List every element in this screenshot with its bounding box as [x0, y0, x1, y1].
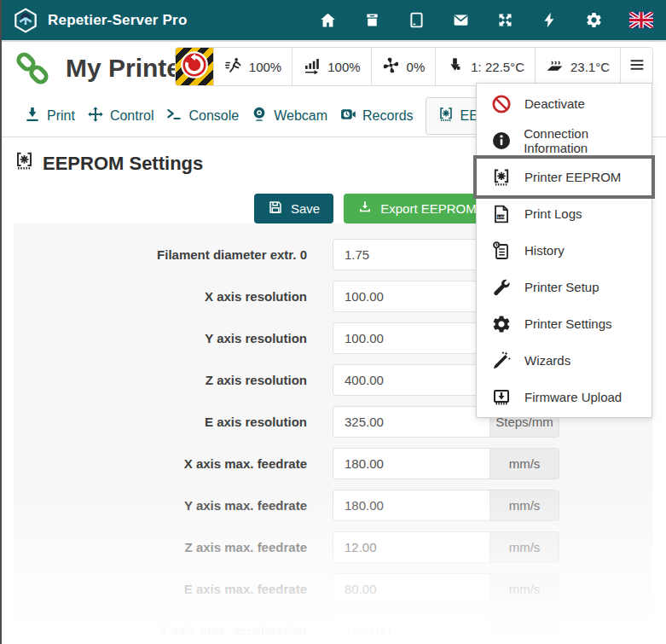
form-input-3[interactable] — [333, 364, 489, 396]
svg-text:LOG: LOG — [498, 214, 507, 218]
tab-label: Control — [110, 108, 154, 124]
ban-icon — [490, 94, 513, 114]
menu-item-label: Deactivate — [524, 96, 585, 111]
hamburger-icon — [628, 56, 646, 77]
menu-item-connection-information[interactable]: Connection Information — [477, 122, 652, 159]
page-title-text: EEPROM Settings — [43, 153, 203, 175]
unit-addon: mm/s² — [489, 615, 559, 644]
printer-dropdown-menu: Deactivate Connection Information Printe… — [476, 83, 652, 418]
stat-value: 100% — [327, 60, 360, 74]
speed-icon — [224, 56, 242, 77]
form-input-4[interactable] — [333, 406, 489, 438]
log-icon: LOG — [490, 204, 513, 224]
printer-stat-fan[interactable]: 0% — [371, 48, 436, 85]
printer-stat-bed[interactable]: 23.1°C — [535, 48, 620, 85]
fan-icon — [382, 56, 400, 77]
menu-item-firmware-upload[interactable]: Firmware Upload — [477, 379, 652, 415]
stat-value: 23.1°C — [570, 60, 610, 74]
form-row: X axis max. acceleration mm/s² — [14, 610, 652, 644]
download-icon — [357, 200, 373, 218]
mail-icon[interactable] — [452, 11, 470, 29]
app-title: Repetier-Server Pro — [48, 12, 187, 29]
chip-icon — [14, 150, 35, 177]
tab-label: Webcam — [274, 108, 327, 124]
unit-addon: mm/s — [489, 490, 559, 521]
extruder-icon — [446, 56, 464, 77]
info-icon — [490, 131, 512, 151]
tab-label: Print — [47, 108, 75, 124]
form-label: X axis max. acceleration — [14, 624, 307, 638]
wand-icon — [490, 351, 513, 371]
menu-item-label: Printer EEPROM — [524, 170, 621, 184]
printer-toolbar: 100% 100% 0% 1: 22.5°C 23.1°C — [175, 47, 653, 86]
flag-uk-icon[interactable] — [629, 12, 653, 28]
menu-item-label: Connection Information — [524, 126, 652, 155]
form-row: Z axis max. feedrate mm/s — [14, 526, 652, 568]
printer-name: My Printer — [66, 54, 191, 83]
menu-item-label: Printer Settings — [524, 316, 612, 331]
window-left-edge — [0, 0, 2, 644]
printer-stat-extruder[interactable]: 1: 22.5°C — [435, 48, 535, 85]
form-input-5[interactable] — [333, 448, 489, 479]
chip-icon — [437, 106, 455, 126]
form-input-0[interactable] — [333, 239, 489, 270]
save-button-label: Save — [291, 201, 320, 216]
menu-item-printer-eeprom[interactable]: Printer EEPROM — [477, 159, 652, 195]
form-label: E axis max. feedrate — [14, 582, 307, 596]
wrench-icon — [490, 277, 513, 298]
printer-menu-button[interactable] — [620, 48, 652, 85]
menu-item-label: Firmware Upload — [524, 390, 622, 404]
menu-item-label: Wizards — [524, 353, 570, 368]
navbar-icons — [319, 11, 653, 29]
menu-item-printer-settings[interactable]: Printer Settings — [477, 305, 652, 342]
form-input-9[interactable] — [333, 615, 489, 644]
expand-arrows-icon[interactable] — [496, 11, 514, 29]
menu-item-label: Printer Setup — [524, 280, 599, 294]
tab-control[interactable]: Control — [87, 106, 154, 126]
menu-item-history[interactable]: History — [477, 232, 652, 269]
printer-stat-speed[interactable]: 100% — [213, 48, 292, 85]
unit-addon: mm/s — [489, 573, 559, 605]
unit-addon: mm/s — [489, 448, 559, 479]
bed-icon — [546, 56, 564, 77]
printer-box-icon[interactable] — [363, 11, 381, 29]
tab-console[interactable]: Console — [165, 106, 239, 126]
chip-icon — [490, 167, 513, 188]
history-icon — [490, 241, 513, 261]
menu-item-wizards[interactable]: Wizards — [477, 342, 652, 379]
menu-item-deactivate[interactable]: Deactivate — [477, 85, 652, 122]
tab-label: Records — [362, 108, 414, 124]
menu-item-print-logs[interactable]: LOG Print Logs — [477, 195, 652, 232]
printer-stat-flow[interactable]: 100% — [292, 48, 370, 85]
emergency-stop-button[interactable] — [176, 48, 213, 85]
console-icon — [165, 106, 182, 126]
form-input-2[interactable] — [333, 322, 489, 354]
form-label: E axis resolution — [14, 415, 307, 429]
menu-item-printer-setup[interactable]: Printer Setup — [477, 269, 652, 305]
tab-print[interactable]: Print — [24, 106, 75, 126]
tab-records[interactable]: Records — [339, 106, 414, 126]
form-label: Y axis resolution — [14, 331, 307, 345]
stat-value: 1: 22.5°C — [471, 60, 524, 74]
unit-addon: mm/s — [489, 531, 559, 563]
home-icon[interactable] — [319, 11, 337, 29]
webcam-icon — [251, 106, 268, 126]
bolt-icon[interactable] — [541, 11, 559, 29]
gear-icon — [490, 314, 513, 334]
tab-webcam[interactable]: Webcam — [251, 106, 327, 126]
control-icon — [87, 106, 104, 126]
print-icon — [24, 106, 41, 126]
stat-value: 0% — [407, 60, 426, 74]
stat-value: 100% — [249, 60, 281, 74]
gear-icon[interactable] — [585, 11, 603, 29]
form-input-6[interactable] — [333, 490, 489, 521]
form-label: Y axis max. feedrate — [14, 498, 307, 513]
save-button[interactable]: Save — [254, 194, 333, 223]
emergency-stop-icon — [180, 50, 209, 83]
tablet-icon[interactable] — [408, 11, 426, 29]
form-input-7[interactable] — [333, 531, 489, 563]
form-input-1[interactable] — [333, 281, 489, 312]
form-input-8[interactable] — [333, 573, 489, 605]
printer-link-icon — [13, 49, 52, 88]
tab-label: Console — [188, 108, 239, 124]
